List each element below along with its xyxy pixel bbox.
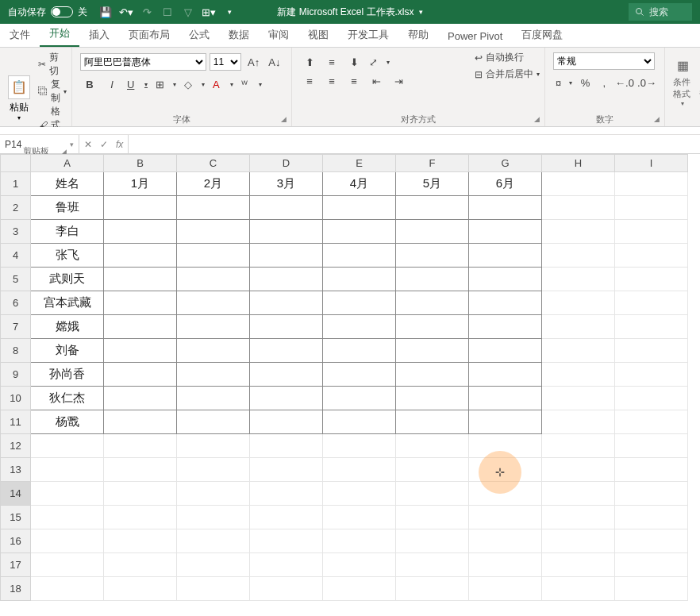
cell-G18[interactable] (469, 577, 542, 601)
accept-formula-icon[interactable]: ✓ (100, 139, 108, 150)
cell-H11[interactable] (542, 410, 615, 434)
cell-H9[interactable] (542, 363, 615, 387)
name-box-dropdown-icon[interactable]: ▾ (70, 141, 74, 148)
select-all-corner[interactable] (1, 155, 31, 172)
cut-button[interactable]: ✂剪切 (38, 51, 67, 78)
cell-H3[interactable] (542, 220, 615, 244)
cell-C8[interactable] (177, 339, 250, 363)
cell-B11[interactable] (104, 410, 177, 434)
cell-I3[interactable] (615, 220, 688, 244)
cell-F1[interactable]: 5月 (396, 172, 469, 196)
col-header-B[interactable]: B (104, 155, 177, 172)
cell-E6[interactable] (323, 291, 396, 315)
cell-A9[interactable]: 孙尚香 (31, 363, 104, 387)
cell-H7[interactable] (542, 315, 615, 339)
cell-D10[interactable] (250, 387, 323, 410)
cell-D8[interactable] (250, 339, 323, 363)
cell-G15[interactable] (469, 506, 542, 529)
row-header-1[interactable]: 1 (1, 172, 31, 196)
cell-G14[interactable] (469, 482, 542, 506)
col-header-H[interactable]: H (542, 155, 615, 172)
cell-I12[interactable] (615, 434, 688, 458)
increase-decimal-button[interactable]: ←.0 (615, 73, 634, 92)
autosave-toggle[interactable]: 自动保存 关 (0, 6, 95, 19)
cell-E4[interactable] (323, 244, 396, 268)
cell-A4[interactable]: 张飞 (31, 244, 104, 268)
cell-G8[interactable] (469, 339, 542, 363)
touch-icon[interactable]: ☐ (162, 6, 173, 17)
cell-I16[interactable] (615, 529, 688, 553)
tab-baidu[interactable]: 百度网盘 (512, 23, 572, 47)
cell-D15[interactable] (250, 506, 323, 529)
cell-G12[interactable] (469, 434, 542, 458)
row-header-13[interactable]: 13 (1, 458, 31, 482)
italic-button[interactable]: I (102, 75, 121, 94)
row-header-5[interactable]: 5 (1, 268, 31, 291)
cell-E8[interactable] (323, 339, 396, 363)
row-header-14[interactable]: 14 (1, 482, 31, 506)
wrap-text-button[interactable]: ↩自动换行 (475, 51, 540, 64)
cell-I13[interactable] (615, 458, 688, 482)
cell-I2[interactable] (615, 196, 688, 220)
cell-A10[interactable]: 狄仁杰 (31, 387, 104, 410)
cell-I18[interactable] (615, 577, 688, 601)
cell-C14[interactable] (177, 482, 250, 506)
cell-F6[interactable] (396, 291, 469, 315)
fill-color-button[interactable]: ◇▾ (182, 75, 207, 94)
cell-E10[interactable] (323, 387, 396, 410)
cell-E7[interactable] (323, 315, 396, 339)
align-center-button[interactable]: ≡ (322, 71, 341, 90)
cell-B17[interactable] (104, 553, 177, 577)
cell-B15[interactable] (104, 506, 177, 529)
row-header-4[interactable]: 4 (1, 244, 31, 268)
cell-A5[interactable]: 武则天 (31, 268, 104, 291)
comma-button[interactable]: , (596, 73, 612, 92)
row-header-9[interactable]: 9 (1, 363, 31, 387)
cell-G3[interactable] (469, 220, 542, 244)
cell-F17[interactable] (396, 553, 469, 577)
decrease-decimal-button[interactable]: .0→ (637, 73, 656, 92)
cell-G7[interactable] (469, 315, 542, 339)
cell-F5[interactable] (396, 268, 469, 291)
tab-data[interactable]: 数据 (219, 23, 259, 47)
cell-D7[interactable] (250, 315, 323, 339)
cell-D6[interactable] (250, 291, 323, 315)
cell-E13[interactable] (323, 458, 396, 482)
cell-D12[interactable] (250, 434, 323, 458)
cell-E5[interactable] (323, 268, 396, 291)
tab-powerpivot[interactable]: Power Pivot (438, 25, 512, 47)
row-header-7[interactable]: 7 (1, 315, 31, 339)
filter-icon[interactable]: ▽ (183, 6, 194, 17)
cell-D11[interactable] (250, 410, 323, 434)
cell-I1[interactable] (615, 172, 688, 196)
cell-A1[interactable]: 姓名 (31, 172, 104, 196)
col-header-D[interactable]: D (250, 155, 323, 172)
cell-G13[interactable] (469, 458, 542, 482)
cell-D16[interactable] (250, 529, 323, 553)
cell-B16[interactable] (104, 529, 177, 553)
cell-A15[interactable] (31, 506, 104, 529)
cancel-formula-icon[interactable]: ✕ (84, 139, 92, 150)
cell-B7[interactable] (104, 315, 177, 339)
cell-H14[interactable] (542, 482, 615, 506)
worksheet-grid[interactable]: ABCDEFGHI1姓名1月2月3月4月5月6月2鲁班3李白4张飞5武则天6宫本… (0, 154, 700, 616)
col-header-G[interactable]: G (469, 155, 542, 172)
cell-E18[interactable] (323, 577, 396, 601)
cell-B9[interactable] (104, 363, 177, 387)
search-box[interactable]: 搜索 (629, 3, 692, 21)
row-header-2[interactable]: 2 (1, 196, 31, 220)
cell-H12[interactable] (542, 434, 615, 458)
cell-G17[interactable] (469, 553, 542, 577)
phonetic-button[interactable]: ᵂ▾ (239, 75, 264, 94)
cell-I6[interactable] (615, 291, 688, 315)
cell-B8[interactable] (104, 339, 177, 363)
cell-B12[interactable] (104, 434, 177, 458)
cell-F12[interactable] (396, 434, 469, 458)
cell-I15[interactable] (615, 506, 688, 529)
number-format-select[interactable]: 常规 (553, 52, 655, 70)
cell-A18[interactable] (31, 577, 104, 601)
cell-E16[interactable] (323, 529, 396, 553)
fx-icon[interactable]: fx (116, 139, 123, 150)
outdent-button[interactable]: ⇤ (367, 71, 386, 90)
cell-A13[interactable] (31, 458, 104, 482)
